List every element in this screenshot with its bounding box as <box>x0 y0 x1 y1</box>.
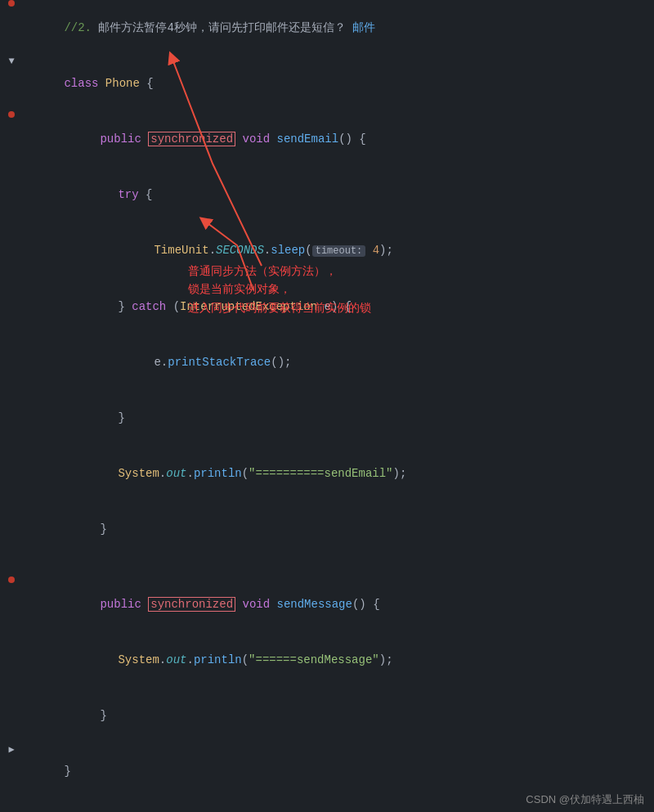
code-line-13: System.out.println("======sendMessage"); <box>23 632 654 688</box>
gutter-2: ▼ <box>0 56 23 67</box>
code-line-12: public synchronized void sendMessage() { <box>23 576 654 632</box>
code-line-8: } <box>23 390 654 446</box>
code-line-7: e.printStackTrace(); <box>23 334 654 390</box>
code-line-2: class Phone { <box>23 56 654 111</box>
code-line-5: TimeUnit.SECONDS.sleep(timeout: 4); <box>23 222 654 279</box>
line-1: //2. 邮件方法暂停4秒钟，请问先打印邮件还是短信？ 邮件 <box>0 0 654 56</box>
line-11 <box>0 557 654 576</box>
line-10: } <box>0 501 654 557</box>
code-line-9: System.out.println("==========sendEmail"… <box>23 446 654 501</box>
code-line-11 <box>23 557 654 576</box>
line-13: System.out.println("======sendMessage"); <box>0 632 654 688</box>
line-7: e.printStackTrace(); <box>0 334 654 390</box>
line-2: ▼ class Phone { <box>0 56 654 111</box>
line-9: System.out.println("==========sendEmail"… <box>0 446 654 501</box>
line-4: try { <box>0 167 654 222</box>
line-6: } catch (InterruptedException e) { <box>0 279 654 334</box>
gutter-1 <box>0 0 23 7</box>
code-line-6: } catch (InterruptedException e) { <box>23 279 654 334</box>
line-5: TimeUnit.SECONDS.sleep(timeout: 4); <box>0 222 654 279</box>
code-line-4: try { <box>23 167 654 222</box>
gutter-3 <box>0 111 23 118</box>
breakpoint-dot-3 <box>8 111 15 118</box>
breakpoint-dot <box>8 0 15 7</box>
line-14: } <box>0 688 654 743</box>
line-12: public synchronized void sendMessage() { <box>0 576 654 632</box>
line-8: } <box>0 390 654 446</box>
code-line-10: } <box>23 501 654 557</box>
line-3: public synchronized void sendEmail() { <box>0 111 654 167</box>
footer-text: CSDN @伏加特遇上西柚 <box>526 793 644 805</box>
gutter-12 <box>0 576 23 583</box>
code-line-14: } <box>23 688 654 743</box>
code-line-1: //2. 邮件方法暂停4秒钟，请问先打印邮件还是短信？ 邮件 <box>23 0 654 56</box>
code-editor: //2. 邮件方法暂停4秒钟，请问先打印邮件还是短信？ 邮件 ▼ class P… <box>0 0 654 812</box>
footer-bar: CSDN @伏加特遇上西柚 <box>516 787 654 812</box>
code-line-3: public synchronized void sendEmail() { <box>23 111 654 167</box>
breakpoint-dot-12 <box>8 576 15 583</box>
gutter-15: ▶ <box>0 743 23 756</box>
